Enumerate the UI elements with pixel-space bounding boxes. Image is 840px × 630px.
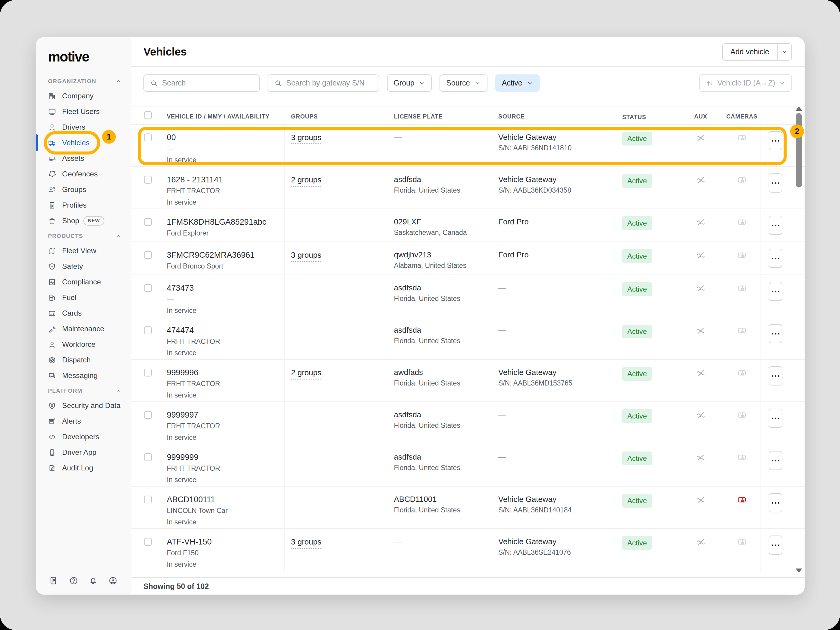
sidebar-item-fuel[interactable]: Fuel (36, 290, 131, 305)
search-input[interactable] (162, 79, 253, 87)
column-source[interactable]: SOURCE (492, 106, 610, 124)
sidebar-item-audit-log[interactable]: Audit Log (36, 460, 131, 476)
row-checkbox[interactable] (144, 327, 152, 334)
table-row[interactable]: 1FMSK8DH8LGA85291abc Ford Explorer 029LX… (131, 209, 805, 242)
scroll-up-arrow[interactable] (796, 106, 802, 111)
table-row[interactable]: 1628 - 2131141 FRHT TRACTOR In service 2… (131, 167, 805, 209)
sidebar-item-safety[interactable]: Safety (36, 259, 131, 274)
row-menu-button[interactable] (769, 249, 782, 268)
sidebar-item-driver-app[interactable]: Driver App (36, 445, 131, 460)
row-checkbox[interactable] (144, 453, 152, 461)
sidebar-item-assets[interactable]: Assets (36, 151, 131, 166)
sidebar-item-profiles[interactable]: Profiles (36, 197, 131, 213)
table-row[interactable]: 9999997 FRHT TRACTOR In service asdfsda … (131, 402, 805, 444)
vehicle-availability: In service (167, 391, 284, 399)
aux-disconnected-icon (696, 368, 706, 378)
row-menu-button[interactable] (769, 131, 782, 150)
groups-link[interactable]: 2 groups (291, 368, 321, 379)
table-row[interactable]: 9999999 FRHT TRACTOR In service asdfsda … (131, 444, 805, 486)
sidebar-item-developers[interactable]: Developers (36, 429, 131, 445)
gateway-search-input[interactable] (286, 79, 373, 87)
row-menu-button[interactable] (769, 409, 782, 428)
row-menu-button[interactable] (769, 451, 782, 470)
account-icon[interactable] (108, 576, 118, 585)
search-field[interactable] (144, 74, 260, 92)
row-menu-button[interactable] (769, 535, 782, 555)
billing-icon[interactable] (49, 576, 58, 585)
row-checkbox[interactable] (144, 369, 152, 376)
camera-icon (737, 284, 747, 293)
sidebar-item-dispatch[interactable]: Dispatch (36, 352, 131, 368)
row-menu-button[interactable] (769, 216, 782, 235)
row-checkbox[interactable] (144, 218, 152, 226)
table-row[interactable]: 473473 — In service asdfsda Florida, Uni… (131, 275, 805, 317)
row-checkbox[interactable] (144, 176, 152, 183)
row-checkbox[interactable] (144, 251, 152, 259)
groups-link[interactable]: 3 groups (291, 537, 321, 549)
sidebar-item-workforce[interactable]: Workforce (36, 336, 131, 352)
sidebar-item-cards[interactable]: Cards (36, 305, 131, 321)
sidebar-item-messaging[interactable]: Messaging (36, 368, 131, 384)
add-vehicle-button[interactable]: Add vehicle (722, 43, 792, 61)
groups-link[interactable]: 3 groups (291, 251, 321, 262)
column-cameras[interactable]: CAMERAS (724, 106, 760, 124)
row-checkbox[interactable] (144, 538, 152, 546)
camera-icon (737, 495, 747, 505)
sidebar-item-vehicles[interactable]: Vehicles (36, 135, 131, 151)
sidebar-item-compliance[interactable]: Compliance (36, 274, 131, 290)
license-plate: qwdjhv213 (394, 250, 492, 259)
developers-icon (48, 433, 56, 441)
sidebar-item-fleet-users[interactable]: Fleet Users (36, 104, 131, 119)
sidebar-item-fleet-view[interactable]: Fleet View (36, 243, 131, 259)
row-checkbox[interactable] (144, 134, 152, 141)
column-status[interactable]: STATUS (610, 106, 677, 124)
table-row[interactable]: ATF-VH-150 Ford F150 In service 3 groups… (131, 529, 805, 571)
column-vehicle-id[interactable]: VEHICLE ID / MMY / AVAILABILITY (154, 106, 285, 124)
sort-dropdown[interactable]: Vehicle ID (A→Z) (699, 74, 792, 92)
select-all-checkbox[interactable] (144, 111, 152, 119)
row-checkbox[interactable] (144, 411, 152, 419)
sidebar-item-geofences[interactable]: Geofences (36, 166, 131, 182)
chevron-down-icon (526, 80, 533, 87)
source-filter[interactable]: Source (439, 74, 487, 92)
row-menu-button[interactable] (769, 324, 782, 343)
table-row[interactable]: 00 — In service 3 groups — Vehicle Gatew… (131, 125, 805, 167)
sidebar-item-shop[interactable]: Shop NEW (36, 213, 131, 229)
gateway-search-field[interactable] (268, 74, 379, 92)
help-icon[interactable] (69, 576, 78, 585)
row-menu-button[interactable] (769, 493, 782, 512)
section-organization[interactable]: ORGANIZATION (36, 74, 131, 88)
sidebar-item-label: Company (62, 92, 93, 100)
vehicle-id: 474474 (167, 325, 284, 335)
section-platform[interactable]: PLATFORM (36, 384, 131, 398)
row-menu-button[interactable] (769, 174, 782, 193)
sidebar-item-groups[interactable]: Groups (36, 182, 131, 197)
sidebar-item-drivers[interactable]: Drivers (36, 119, 131, 135)
row-checkbox[interactable] (144, 284, 152, 292)
status-filter[interactable]: Active (495, 74, 540, 92)
table-row[interactable]: ABCD100111 LINCOLN Town Car In service A… (131, 486, 805, 529)
sidebar-item-maintenance[interactable]: Maintenance (36, 321, 131, 336)
notifications-icon[interactable] (88, 576, 98, 585)
aux-disconnected-icon (696, 251, 706, 260)
sidebar-item-security-and-data[interactable]: Security and Data (36, 398, 131, 414)
table-row[interactable]: 3FMCR9C62MRA36961 Ford Bronco Sport 3 gr… (131, 242, 805, 275)
column-groups[interactable]: GROUPS (285, 106, 388, 124)
table-row[interactable]: 9999996 FRHT TRACTOR In service 2 groups… (131, 360, 805, 402)
table-row[interactable]: 474474 FRHT TRACTOR In service asdfsda F… (131, 317, 805, 360)
groups-link[interactable]: 2 groups (291, 175, 321, 186)
scroll-down-arrow[interactable] (796, 568, 802, 573)
column-license-plate[interactable]: LICENSE PLATE (388, 106, 492, 124)
row-menu-button[interactable] (769, 366, 782, 385)
sidebar-item-company[interactable]: Company (36, 88, 131, 104)
sidebar-item-alerts[interactable]: Alerts (36, 414, 131, 429)
section-products[interactable]: PRODUCTS (36, 229, 131, 243)
chevron-down-icon (418, 80, 425, 87)
column-aux[interactable]: AUX (677, 106, 724, 124)
groups-link[interactable]: 3 groups (291, 133, 321, 144)
row-menu-button[interactable] (769, 282, 782, 301)
group-filter[interactable]: Group (387, 74, 432, 92)
scrollbar-thumb[interactable] (796, 113, 802, 188)
add-vehicle-dropdown[interactable] (777, 44, 791, 60)
row-checkbox[interactable] (144, 496, 152, 504)
